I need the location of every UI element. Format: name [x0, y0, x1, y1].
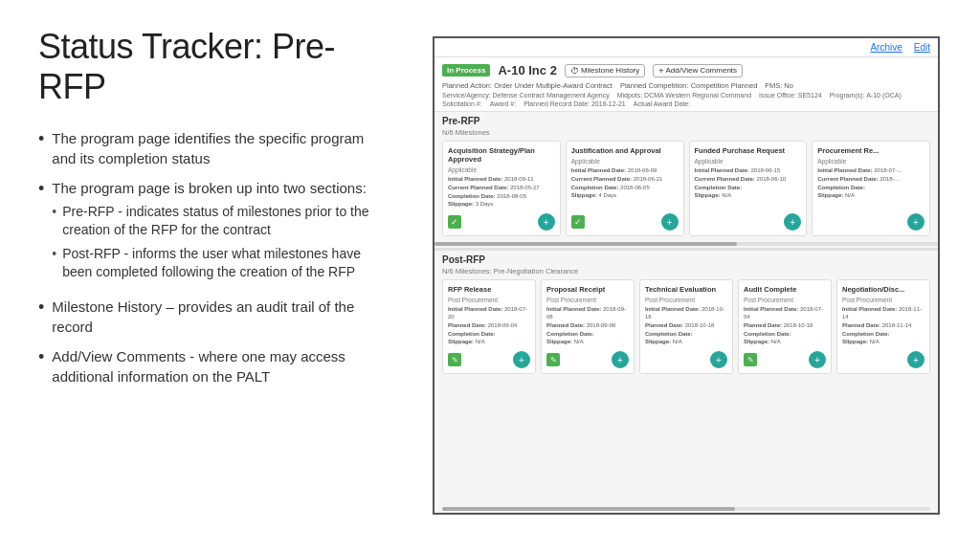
add-view-comments-label: Add/View Comments	[666, 66, 738, 75]
sc-header-links: Archive Edit	[870, 42, 930, 53]
post-card-title-3: Technical Evaluation	[645, 285, 727, 294]
tracker-screenshot: Archive Edit In Process A-10 Inc 2 ⏱ Mil…	[433, 36, 940, 515]
sc-header: Archive Edit	[434, 38, 938, 57]
pre-rfp-section: Pre-RFP N/6 Milestones Acquisition Strat…	[434, 112, 938, 240]
post-card-field-3b: Planned Date: 2018-10-18	[645, 322, 727, 330]
card-field-1b: Current Planned Date: 2018-05-27	[448, 185, 555, 192]
edit-link[interactable]: Edit	[914, 42, 930, 53]
bullet-text-2: The program page is broken up into two s…	[52, 180, 367, 196]
card-field-3a: Initial Planned Date: 2018-06-15	[695, 167, 802, 175]
card-field-1a: Initial Planned Date: 2018-09-11	[448, 176, 555, 184]
post-card-field-5c: Completion Date:	[842, 331, 924, 339]
pre-rfp-card-4: Procurement Re... Applicable Initial Pla…	[812, 141, 930, 236]
post-circle-btn-2[interactable]: +	[612, 351, 629, 368]
right-panel: Archive Edit In Process A-10 Inc 2 ⏱ Mil…	[402, 0, 980, 551]
post-card-status-5: Post Procurement	[842, 297, 924, 303]
post-rfp-cards-row: RFP Release Post Procurement Initial Pla…	[442, 279, 930, 374]
bullet-text-3: Milestone History – provides an audit tr…	[52, 297, 373, 337]
pre-rfp-card-2: Justification and Approval Applicable In…	[566, 141, 684, 236]
post-circle-btn-5[interactable]: +	[907, 351, 924, 368]
post-card-bottom-1: ✎ +	[448, 351, 530, 368]
edit-icon-4[interactable]: ✎	[744, 353, 757, 366]
post-rfp-card-3: Technical Evaluation Post Procurement In…	[639, 279, 733, 374]
post-circle-btn-3[interactable]: +	[710, 351, 727, 368]
post-rfp-card-1: RFP Release Post Procurement Initial Pla…	[442, 279, 536, 374]
program-title: A-10 Inc 2	[498, 63, 556, 77]
milestone-history-label: Milestone History	[581, 66, 639, 75]
post-card-bottom-3: +	[645, 351, 727, 368]
card-field-1c: Completion Date: 2018-08-05	[448, 193, 555, 201]
card-field-2b: Current Planned Date: 2018-06-21	[571, 176, 679, 184]
card-status-1: Applicable	[448, 166, 555, 173]
card-title-2: Justification and Approval	[571, 146, 679, 155]
pre-rfp-card-3: Funded Purchase Request Applicable Initi…	[689, 141, 808, 236]
post-card-field-2b: Planned Date: 2018-09-06	[546, 322, 629, 330]
post-card-field-3c: Completion Date:	[645, 331, 727, 339]
check-icon-2: ✓	[571, 215, 585, 229]
pre-rfp-card-1: Acquisition Strategy/Plan Approved Appli…	[442, 141, 561, 236]
bullet-item-2: The program page is broken up into two s…	[38, 178, 373, 287]
pre-rfp-scrollbar[interactable]	[434, 242, 938, 246]
meta-service-agency: Service/Agency: Defense Contract Managem…	[442, 92, 610, 99]
post-card-field-5d: Slippage: N/A	[842, 339, 924, 346]
meta-competition: Planned Competition: Competition Planned	[620, 81, 757, 90]
bullet-text-1: The program page identifies the specific…	[52, 128, 373, 168]
meta-solicitation: Solicitation #:	[442, 100, 482, 107]
card-field-4a: Initial Planned Date: 2018-07-...	[817, 167, 924, 175]
circle-btn-1[interactable]: +	[538, 213, 555, 231]
archive-link[interactable]: Archive	[870, 42, 902, 53]
card-title-1: Acquisition Strategy/Plan Approved	[448, 146, 555, 164]
card-field-3d: Slippage: N/A	[695, 192, 802, 200]
post-rfp-scrollbar[interactable]	[442, 507, 930, 511]
card-status-2: Applicable	[571, 158, 679, 165]
card-field-4b: Current Planned Date: 2018-...	[817, 176, 924, 184]
comment-icon: +	[658, 66, 663, 76]
post-rfp-section: Post-RFP N/6 Milestones: Pre-Negotiation…	[434, 251, 938, 505]
circle-btn-2[interactable]: +	[661, 213, 679, 231]
sc-meta: Planned Action: Order Under Multiple-Awa…	[442, 81, 930, 90]
card-field-2a: Initial Planned Date: 2018-06-09	[571, 167, 679, 175]
post-rfp-milestones: N/6 Milestones: Pre-Negotiation Clearanc…	[442, 267, 930, 276]
post-circle-btn-1[interactable]: +	[513, 351, 530, 368]
card-bottom-2: ✓ +	[571, 213, 679, 231]
meta-award: Award #:	[490, 100, 517, 107]
post-card-status-3: Post Procurement	[645, 297, 727, 303]
edit-icon-1[interactable]: ✎	[448, 353, 461, 366]
milestone-history-button[interactable]: ⏱ Milestone History	[565, 64, 645, 77]
post-card-field-1d: Slippage: N/A	[448, 339, 530, 346]
circle-btn-4[interactable]: +	[907, 213, 924, 231]
sc-meta3: Solicitation #: Award #: Planned Record …	[442, 100, 930, 107]
add-view-comments-button[interactable]: + Add/View Comments	[653, 64, 743, 77]
sub-text-1: Pre-RFP - indicates status of milestones…	[62, 203, 373, 239]
post-rfp-label: Post-RFP	[442, 254, 930, 265]
post-card-field-2d: Slippage: N/A	[546, 339, 629, 346]
meta-programid: Program(s): A-10 (OCA)	[830, 92, 902, 99]
status-badge: In Process	[442, 64, 490, 77]
check-icon-1: ✓	[448, 215, 461, 229]
card-field-3c: Completion Date:	[695, 185, 802, 192]
meta-fms: FMS: No	[765, 81, 793, 90]
post-card-field-3a: Initial Planned Date: 2018-10-18	[645, 306, 727, 321]
card-field-2c: Completion Date: 2018-06-05	[571, 185, 679, 192]
card-field-4d: Slippage: N/A	[817, 192, 924, 200]
post-card-field-4b: Planned Date: 2018-10-18	[744, 322, 826, 330]
card-bottom-4: +	[817, 213, 924, 231]
post-card-field-4c: Completion Date:	[744, 331, 826, 339]
meta-issue-office: Issue Office: SE5124	[759, 92, 822, 99]
card-bottom-1: ✓ +	[448, 213, 555, 231]
circle-btn-3[interactable]: +	[784, 213, 801, 231]
edit-icon-2[interactable]: ✎	[546, 353, 560, 366]
card-field-3b: Current Planned Date: 2018-06-10	[695, 176, 802, 184]
post-card-field-1b: Planned Date: 2018-09-04	[448, 322, 530, 330]
bullet-text-4: Add/View Comments - where one may access…	[52, 346, 373, 386]
card-bottom-3: +	[695, 213, 802, 231]
post-rfp-card-5: Negotiation/Disc... Post Procurement Ini…	[836, 279, 930, 374]
post-rfp-scrollbar-thumb	[442, 507, 735, 511]
pre-rfp-scrollbar-thumb	[434, 242, 737, 246]
post-card-field-5b: Planned Date: 2018-11-14	[842, 322, 924, 330]
meta-planned-action: Planned Action: Order Under Multiple-Awa…	[442, 81, 612, 90]
post-rfp-card-4: Audit Complete Post Procurement Initial …	[738, 279, 832, 374]
bullet-list: The program page identifies the specific…	[38, 128, 373, 386]
post-circle-btn-4[interactable]: +	[809, 351, 826, 368]
post-card-field-1a: Initial Planned Date: 2018-07-20	[448, 306, 530, 321]
